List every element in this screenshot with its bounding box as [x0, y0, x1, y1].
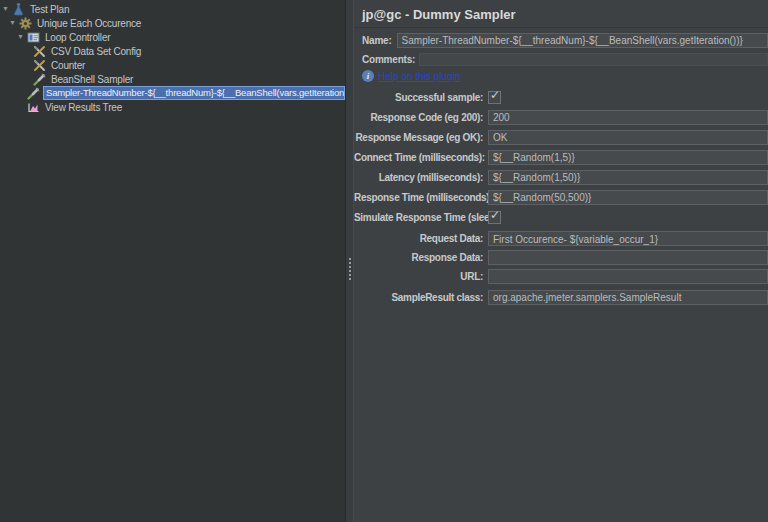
latency-input[interactable]	[488, 170, 768, 185]
tree-item-view-results-tree[interactable]: View Results Tree	[0, 100, 345, 114]
response-message-input[interactable]	[488, 130, 768, 145]
latency-row: Latency (milliseconds):	[354, 170, 768, 185]
tree-item-counter[interactable]: Counter	[0, 58, 345, 72]
successful-sample-checkbox[interactable]: ✓	[488, 91, 501, 104]
checkmark-icon: ✓	[490, 88, 500, 102]
response-code-input[interactable]	[488, 110, 768, 125]
splitter-grip-icon[interactable]	[349, 258, 351, 260]
tree-item-dummy-sampler[interactable]: Sampler-ThreadNumber-${__threadNum}-${__…	[0, 86, 345, 100]
info-icon: i	[362, 70, 374, 82]
comments-label: Comments:	[362, 54, 415, 65]
crossed-tools-icon	[33, 45, 46, 58]
tree-item-csv-data-set-config[interactable]: CSV Data Set Config	[0, 44, 345, 58]
url-label: URL:	[354, 269, 488, 284]
connect-time-row: Connect Time (milliseconds):	[354, 150, 768, 165]
loop-controller-icon	[27, 31, 40, 44]
crossed-tools-icon	[33, 59, 46, 72]
tree-item-label: CSV Data Set Config	[49, 46, 143, 57]
simulate-response-time-label: Simulate Response Time (sleep):	[354, 210, 488, 225]
response-message-row: Response Message (eg OK):	[354, 130, 768, 145]
checkmark-icon: ✓	[490, 208, 500, 222]
tree-item-label: Counter	[49, 60, 87, 71]
tree-item-label: Test Plan	[28, 4, 71, 15]
tree-item-label: View Results Tree	[43, 102, 124, 113]
tree-item-unique-each-occurence[interactable]: ▼ Unique Each Occurence	[0, 16, 345, 30]
tree-item-label: Loop Controller	[43, 32, 112, 43]
expand-arrow-icon[interactable]: ▼	[17, 30, 27, 44]
response-data-row: Response Data:	[354, 250, 768, 265]
request-data-label: Request Data:	[354, 231, 488, 246]
comments-input[interactable]	[419, 53, 768, 66]
sampleresult-class-input[interactable]	[488, 290, 768, 305]
page-title: jp@gc - Dummy Sampler	[354, 0, 768, 28]
sampleresult-class-label: SampleResult class:	[354, 290, 488, 305]
response-time-row: Response Time (milliseconds):	[354, 190, 768, 205]
response-data-textarea[interactable]	[488, 250, 768, 265]
tree-item-label: BeanShell Sampler	[49, 74, 135, 85]
chart-icon	[27, 101, 40, 114]
request-data-row: Request Data:	[354, 231, 768, 246]
sampleresult-class-row: SampleResult class:	[354, 290, 768, 305]
connect-time-label: Connect Time (milliseconds):	[354, 150, 488, 165]
url-input[interactable]	[488, 269, 768, 284]
tree-item-test-plan[interactable]: ▼ Test Plan	[0, 2, 345, 16]
request-data-textarea[interactable]	[488, 231, 768, 246]
url-row: URL:	[354, 269, 768, 284]
tree-item-loop-controller[interactable]: ▼ Loop Controller	[0, 30, 345, 44]
successful-sample-label: Successful sample:	[354, 90, 488, 105]
pipette-icon	[27, 87, 40, 100]
tree-item-label-selected: Sampler-ThreadNumber-${__threadNum}-${__…	[43, 86, 345, 100]
expand-arrow-icon[interactable]: ▼	[2, 2, 12, 16]
help-plugin-link[interactable]: Help on this plugin	[378, 71, 460, 82]
help-row: i Help on this plugin	[362, 70, 768, 82]
successful-sample-row: Successful sample: ✓	[354, 90, 768, 105]
latency-label: Latency (milliseconds):	[354, 170, 488, 185]
response-time-label: Response Time (milliseconds):	[354, 190, 488, 205]
response-code-row: Response Code (eg 200):	[354, 110, 768, 125]
response-data-label: Response Data:	[354, 250, 488, 265]
panel-splitter[interactable]	[345, 0, 354, 522]
test-plan-icon	[12, 3, 25, 16]
comments-row: Comments:	[362, 53, 768, 66]
test-plan-tree: ▼ Test Plan ▼ Unique Each Occurence	[0, 0, 345, 522]
response-code-label: Response Code (eg 200):	[354, 110, 488, 125]
expand-arrow-icon[interactable]: ▼	[9, 16, 19, 30]
name-input[interactable]	[397, 33, 768, 48]
simulate-response-time-checkbox[interactable]: ✓	[488, 211, 501, 224]
simulate-response-time-row: Simulate Response Time (sleep): ✓	[354, 210, 768, 225]
name-row: Name:	[362, 33, 768, 48]
tree-item-label: Unique Each Occurence	[35, 18, 143, 29]
connect-time-input[interactable]	[488, 150, 768, 165]
response-time-input[interactable]	[488, 190, 768, 205]
tree-item-beanshell-sampler[interactable]: BeanShell Sampler	[0, 72, 345, 86]
dummy-sampler-config-panel: jp@gc - Dummy Sampler Name: Comments: i …	[354, 0, 768, 522]
gear-icon	[19, 17, 32, 30]
jmeter-window: ▼ Test Plan ▼ Unique Each Occurence	[0, 0, 768, 522]
pipette-icon	[33, 73, 46, 86]
response-message-label: Response Message (eg OK):	[354, 130, 488, 145]
name-label: Name:	[362, 35, 392, 46]
